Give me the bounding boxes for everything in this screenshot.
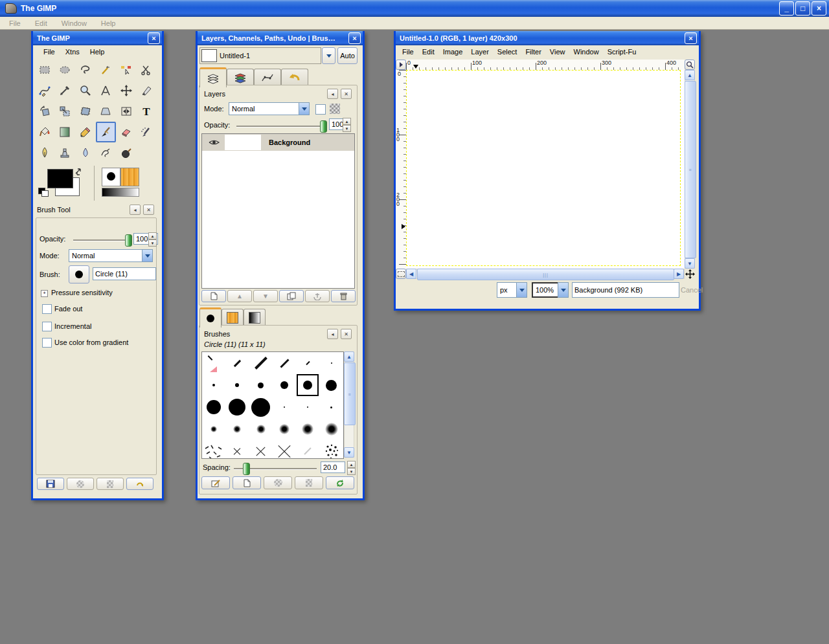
undo-history-tab[interactable] bbox=[281, 69, 308, 86]
tool-rectangle-select[interactable] bbox=[34, 60, 55, 80]
layers-mode-dropdown-button[interactable] bbox=[299, 102, 310, 115]
opacity-spinner[interactable]: ▲▼ bbox=[148, 232, 157, 247]
pattern-indicator[interactable] bbox=[120, 168, 139, 186]
brush-name-field[interactable] bbox=[93, 267, 156, 280]
brush-item[interactable] bbox=[235, 383, 239, 387]
tool-free-select[interactable] bbox=[75, 60, 96, 80]
brushes-dock-tab[interactable] bbox=[199, 307, 221, 328]
layer-visible-eye-icon[interactable] bbox=[209, 139, 220, 146]
lower-layer-button[interactable]: ▼ bbox=[253, 290, 278, 302]
canvas-menu-button[interactable] bbox=[396, 60, 406, 70]
tool-crop[interactable] bbox=[137, 80, 157, 101]
toolbox-menu-help[interactable]: Help bbox=[90, 48, 105, 56]
brush-item[interactable] bbox=[204, 443, 223, 459]
hscrollbar-thumb[interactable]: ||| bbox=[417, 269, 674, 280]
toolbox-close-button[interactable]: × bbox=[148, 32, 160, 44]
toolbox-menu-xtns[interactable]: Xtns bbox=[65, 48, 80, 56]
tool-bucket-fill[interactable] bbox=[34, 122, 55, 142]
brush-scroll-down-icon[interactable]: ▼ bbox=[344, 447, 354, 458]
brush-item[interactable] bbox=[323, 443, 341, 459]
new-layer-button[interactable] bbox=[201, 290, 226, 302]
image-menu-select[interactable]: Select bbox=[497, 48, 517, 56]
hscroll-right-icon[interactable]: ▶ bbox=[674, 269, 684, 279]
brush-item[interactable] bbox=[256, 425, 266, 434]
delete-brush-button[interactable] bbox=[295, 476, 323, 489]
toolbox-titlebar[interactable]: The GIMP × bbox=[33, 31, 162, 45]
brush-preview-button[interactable] bbox=[69, 265, 89, 283]
fade-out-checkbox[interactable] bbox=[42, 304, 52, 314]
tool-airbrush[interactable] bbox=[137, 122, 157, 142]
brush-scrollbar-thumb[interactable]: ≡ bbox=[344, 362, 356, 425]
brush-item[interactable] bbox=[255, 357, 267, 370]
layers-mode-dropdown[interactable]: Normal bbox=[229, 102, 310, 115]
paths-tab[interactable] bbox=[254, 69, 281, 86]
brush-item[interactable] bbox=[280, 359, 289, 368]
brush-item[interactable] bbox=[326, 380, 337, 391]
opacity-slider-thumb[interactable] bbox=[125, 234, 132, 247]
incremental-checkbox[interactable] bbox=[42, 322, 52, 331]
tool-color-picker[interactable] bbox=[55, 80, 76, 101]
reset-options-button[interactable] bbox=[126, 478, 153, 490]
zoom-dropdown[interactable]: 100% bbox=[532, 282, 569, 298]
restore-options-button[interactable] bbox=[67, 478, 94, 490]
image-menu-filter[interactable]: Filter bbox=[525, 48, 541, 56]
minimize-button[interactable]: _ bbox=[779, 1, 794, 16]
tool-measure[interactable] bbox=[96, 80, 117, 101]
toolbox-menu-file[interactable]: File bbox=[43, 48, 55, 56]
gradients-dock-tab[interactable] bbox=[244, 309, 266, 326]
tool-scissors-select[interactable] bbox=[137, 60, 157, 80]
delete-layer-button[interactable] bbox=[331, 290, 356, 302]
keep-transparency-checkbox[interactable] bbox=[315, 104, 326, 115]
mode-dropdown-button[interactable] bbox=[142, 249, 153, 262]
mode-dropdown[interactable]: Normal bbox=[69, 249, 153, 262]
tool-eraser[interactable] bbox=[116, 122, 137, 142]
image-menu-file[interactable]: File bbox=[402, 48, 414, 56]
unit-dropdown[interactable]: px bbox=[497, 282, 527, 298]
opacity-slider[interactable] bbox=[73, 239, 130, 241]
raise-layer-button[interactable]: ▲ bbox=[227, 290, 252, 302]
tool-pencil[interactable] bbox=[75, 122, 96, 142]
image-menu-scriptfu[interactable]: Script-Fu bbox=[608, 48, 637, 56]
image-selector-dropdown-button[interactable] bbox=[322, 47, 335, 64]
brush-item[interactable] bbox=[251, 398, 270, 417]
image-menu-edit[interactable]: Edit bbox=[422, 48, 435, 56]
brush-item[interactable] bbox=[276, 443, 293, 459]
image-menu-layer[interactable]: Layer bbox=[471, 48, 489, 56]
tool-smudge[interactable] bbox=[96, 142, 117, 163]
image-selector[interactable]: Untitled-1 bbox=[199, 47, 321, 64]
app-titlebar[interactable]: The GIMP _ □ × bbox=[0, 0, 829, 17]
brush-item-selected[interactable] bbox=[297, 374, 319, 396]
brush-item[interactable] bbox=[330, 406, 332, 408]
app-menu-edit[interactable]: Edit bbox=[35, 19, 47, 27]
image-menu-window[interactable]: Window bbox=[574, 48, 599, 56]
layers-menu-button[interactable]: ◂ bbox=[327, 89, 338, 99]
delete-options-button[interactable] bbox=[97, 478, 124, 490]
image-menu-view[interactable]: View bbox=[550, 48, 565, 56]
tool-paintbrush[interactable] bbox=[96, 122, 117, 142]
edit-brush-button[interactable] bbox=[201, 476, 230, 489]
brushes-close-button[interactable]: ✕ bbox=[341, 329, 352, 339]
image-menu-image[interactable]: Image bbox=[443, 48, 463, 56]
layers-close-button[interactable]: ✕ bbox=[341, 89, 352, 99]
auto-button[interactable]: Auto bbox=[337, 47, 358, 64]
brush-item[interactable] bbox=[255, 445, 267, 458]
brush-item[interactable] bbox=[280, 381, 288, 389]
tool-clone[interactable] bbox=[55, 142, 76, 163]
brush-item[interactable] bbox=[233, 425, 241, 433]
zoom-fit-button[interactable] bbox=[685, 60, 695, 70]
close-button[interactable]: × bbox=[812, 1, 826, 16]
layers-opacity-slider-thumb[interactable] bbox=[320, 120, 327, 133]
app-menu-help[interactable]: Help bbox=[101, 19, 116, 27]
quickmask-toggle-button[interactable] bbox=[396, 269, 406, 279]
tool-flip[interactable] bbox=[116, 101, 137, 122]
tool-options-close-button[interactable]: ✕ bbox=[143, 205, 154, 215]
tool-paths[interactable] bbox=[34, 80, 55, 101]
channels-tab[interactable] bbox=[227, 69, 254, 86]
tool-rotate[interactable] bbox=[34, 101, 55, 122]
expander-plus-icon[interactable]: + bbox=[41, 290, 48, 297]
brush-scroll-up-icon[interactable]: ▲ bbox=[344, 351, 354, 362]
brush-item[interactable] bbox=[302, 423, 313, 435]
spacing-slider-thumb[interactable] bbox=[243, 463, 250, 475]
new-brush-button[interactable] bbox=[233, 476, 261, 489]
tool-fuzzy-select[interactable] bbox=[96, 60, 117, 80]
